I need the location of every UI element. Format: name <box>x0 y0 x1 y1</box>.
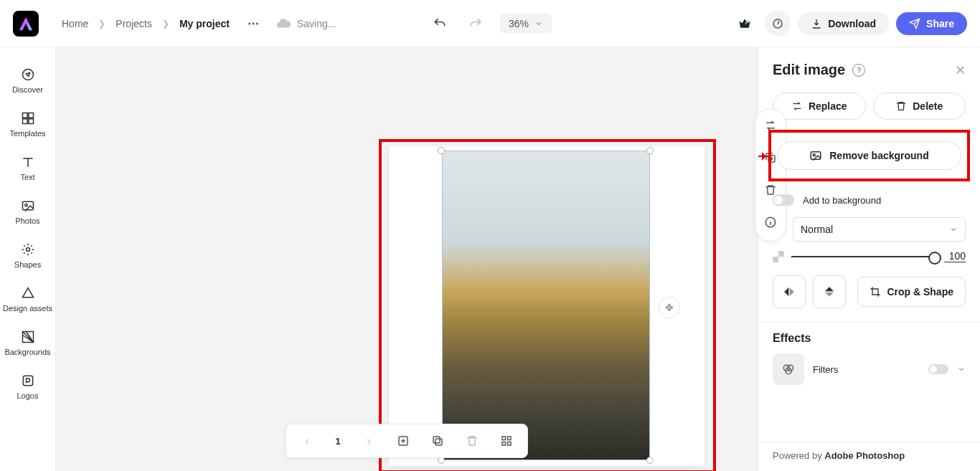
trash-icon <box>895 100 907 112</box>
download-icon <box>811 18 822 29</box>
replace-button[interactable]: Replace <box>773 92 866 120</box>
left-sidebar: Discover Templates Text Photos Shapes De… <box>0 47 56 471</box>
canvas-area[interactable]: ✥ ‹ 1 › <box>56 47 758 471</box>
breadcrumb-projects[interactable]: Projects <box>110 15 158 32</box>
panel-title: Edit image <box>773 62 845 78</box>
svg-rect-5 <box>22 113 27 118</box>
remove-background-icon <box>809 149 822 162</box>
svg-rect-20 <box>508 437 512 440</box>
opacity-slider[interactable] <box>791 256 937 257</box>
svg-rect-17 <box>435 439 442 445</box>
crop-and-shape-button[interactable]: Crop & Shape <box>857 277 966 307</box>
text-icon <box>21 155 35 169</box>
svg-rect-19 <box>502 437 506 440</box>
svg-rect-21 <box>502 442 506 446</box>
redo-button[interactable] <box>464 12 487 35</box>
opacity-icon <box>773 251 784 262</box>
page-controls-bar: ‹ 1 › <box>286 424 528 458</box>
add-to-background-label: Add to background <box>803 195 881 206</box>
add-page-button[interactable] <box>392 430 414 452</box>
svg-rect-8 <box>28 119 33 124</box>
info-button[interactable] <box>764 216 777 231</box>
blend-mode-select[interactable]: Normal <box>793 217 966 242</box>
crop-icon <box>870 286 881 298</box>
logos-icon <box>21 374 35 388</box>
tips-button[interactable] <box>765 11 791 37</box>
svg-point-0 <box>248 22 250 24</box>
chevron-right-icon: ❯ <box>162 19 169 29</box>
save-status: Saving... <box>275 16 336 32</box>
resize-handle-bottom-right[interactable] <box>646 457 654 464</box>
flip-horizontal-button[interactable] <box>773 275 806 308</box>
header-right-controls: Download Share <box>732 11 967 37</box>
cloud-sync-icon <box>275 16 291 32</box>
sidebar-item-shapes[interactable]: Shapes <box>0 234 55 277</box>
pages-grid-button[interactable] <box>496 430 517 452</box>
effects-section-title: Effects <box>773 332 966 345</box>
chevron-down-icon <box>949 225 958 234</box>
sidebar-item-backgrounds[interactable]: Backgrounds <box>0 321 55 365</box>
svg-point-24 <box>814 154 816 156</box>
delete-button[interactable]: Delete <box>873 92 966 120</box>
svg-point-10 <box>24 204 27 206</box>
svg-rect-6 <box>28 113 33 118</box>
panel-footer: Powered by Adobe Photoshop <box>758 442 980 471</box>
move-handle[interactable]: ✥ <box>659 297 680 318</box>
compass-icon <box>21 67 35 82</box>
filters-label: Filters <box>813 364 838 375</box>
breadcrumb-current[interactable]: My project <box>174 15 235 32</box>
close-panel-button[interactable]: ✕ <box>955 62 966 78</box>
share-icon <box>909 18 920 29</box>
svg-rect-18 <box>433 437 440 443</box>
filters-icon <box>773 353 804 385</box>
sidebar-item-design-assets[interactable]: Design assets <box>0 277 55 321</box>
photo-icon <box>21 199 35 213</box>
svg-point-4 <box>22 70 33 80</box>
more-menu-button[interactable] <box>242 13 264 34</box>
shapes-icon <box>21 242 35 257</box>
resize-handle-top-right[interactable] <box>646 147 654 154</box>
download-button[interactable]: Download <box>798 12 889 35</box>
help-icon[interactable]: ? <box>852 64 865 77</box>
backgrounds-icon <box>21 330 35 344</box>
delete-page-button[interactable] <box>461 430 483 452</box>
breadcrumb: Home ❯ Projects ❯ My project <box>56 15 235 32</box>
svg-rect-7 <box>22 119 27 124</box>
templates-icon <box>21 111 35 125</box>
chevron-right-icon: ❯ <box>98 19 105 29</box>
share-button[interactable]: Share <box>896 12 967 35</box>
sidebar-item-discover[interactable]: Discover <box>0 59 55 103</box>
adobe-express-logo[interactable] <box>13 11 39 37</box>
header-center-controls: 36% <box>428 12 552 35</box>
sidebar-item-logos[interactable]: Logos <box>0 365 55 409</box>
opacity-value[interactable]: 100 <box>944 250 966 262</box>
svg-point-2 <box>256 22 258 24</box>
design-assets-icon <box>21 286 35 300</box>
undo-button[interactable] <box>428 12 451 35</box>
sidebar-item-text[interactable]: Text <box>0 146 55 190</box>
resize-handle-top-left[interactable] <box>438 147 445 154</box>
prev-page-button[interactable]: ‹ <box>296 430 318 452</box>
top-header: Home ❯ Projects ❯ My project Saving... 3… <box>0 0 980 47</box>
premium-button[interactable] <box>732 11 758 37</box>
next-page-button[interactable]: › <box>358 430 380 452</box>
annotation-arrow <box>758 156 769 157</box>
zoom-dropdown[interactable]: 36% <box>500 14 552 34</box>
flip-vertical-button[interactable] <box>813 275 846 308</box>
svg-rect-22 <box>508 442 512 446</box>
breadcrumb-home[interactable]: Home <box>56 15 94 32</box>
duplicate-page-button[interactable] <box>427 430 448 452</box>
svg-rect-13 <box>23 376 32 385</box>
remove-background-button[interactable]: Remove background <box>777 141 961 170</box>
add-to-background-toggle[interactable] <box>773 194 794 206</box>
edit-image-panel: Edit image ? ✕ Replace Delete <box>758 47 980 471</box>
chevron-down-icon <box>534 19 543 28</box>
page-number: 1 <box>331 436 345 447</box>
chevron-down-icon[interactable] <box>957 365 966 374</box>
replace-icon <box>791 100 803 112</box>
filters-toggle[interactable] <box>928 364 948 374</box>
sidebar-item-templates[interactable]: Templates <box>0 103 55 146</box>
svg-point-11 <box>26 248 29 252</box>
sidebar-item-photos[interactable]: Photos <box>0 190 55 234</box>
annotation-callout-remove-bg: Remove background <box>768 130 970 181</box>
